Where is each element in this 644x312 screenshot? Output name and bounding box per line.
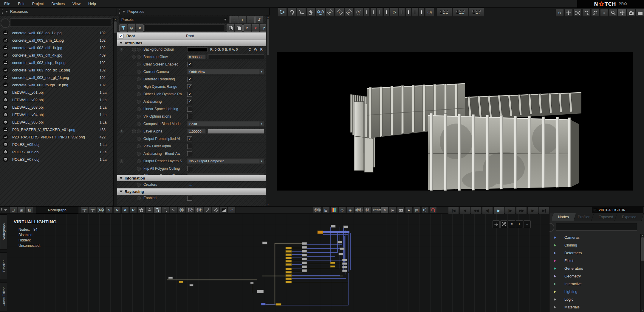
menu-item[interactable]: Project: [32, 2, 44, 6]
colorbars-button[interactable]: [330, 207, 338, 213]
panel-grip-icon[interactable]: [2, 10, 3, 14]
layers-button[interactable]: ◈: [346, 207, 354, 213]
nodes-panel-tab[interactable]: Exposed: [614, 213, 644, 221]
animate-icon[interactable]: [137, 70, 141, 74]
toolbar-grip-icon[interactable]: [1, 208, 2, 212]
ng-pan-button[interactable]: [493, 220, 500, 228]
resource-row[interactable]: concrete_wall_003_arm_1k.jpg 102: [0, 37, 113, 44]
node-category-row[interactable]: Logic: [549, 296, 639, 303]
colour-swatch[interactable]: [187, 47, 208, 52]
zoom-extents-button[interactable]: [573, 9, 582, 17]
rotate-tool-button[interactable]: [287, 8, 296, 17]
node-category-row[interactable]: Generators: [549, 265, 639, 272]
resource-row[interactable]: concrete_wall_003_diff_4k.jpg 409: [0, 52, 113, 59]
rotate-ccw-button[interactable]: [591, 9, 600, 17]
resource-row[interactable]: POLES_V07.obj 1 La: [0, 156, 113, 163]
node-category-row[interactable]: Cameras: [549, 234, 639, 241]
node-category-row[interactable]: Deformers: [549, 249, 639, 257]
property-checkbox[interactable]: [187, 136, 192, 141]
resource-row[interactable]: POLES_V05.obj 1 La: [0, 141, 113, 148]
section-collapse-icon[interactable]: [120, 191, 123, 193]
property-row[interactable]: Enabled: [117, 194, 266, 202]
node-category-row[interactable]: Fields: [549, 257, 639, 265]
nodegraph-menu-arrow[interactable]: [4, 209, 7, 211]
layout-grid-button[interactable]: ▣: [18, 207, 25, 213]
nodegraph-view-label[interactable]: Nodegraph: [36, 207, 78, 213]
animate-icon[interactable]: [137, 100, 141, 104]
loop-start-button[interactable]: ◀: [459, 207, 470, 214]
node-category-row[interactable]: Cloning: [549, 241, 639, 249]
keyframe-tick-button[interactable]: [383, 8, 389, 17]
view-menu-button[interactable]: =: [600, 9, 609, 17]
animate-icon[interactable]: [137, 55, 141, 59]
camera-key-button[interactable]: C: [354, 8, 363, 17]
property-row[interactable]: Creators ...: [117, 181, 266, 188]
dropdown-arrow-icon[interactable]: ▼: [259, 121, 264, 126]
marquee-select-button[interactable]: [154, 207, 161, 213]
filter-clear-button[interactable]: ✕: [136, 24, 144, 32]
ng-zoom-in-button[interactable]: +: [516, 220, 523, 228]
property-slider[interactable]: [208, 129, 264, 134]
resource-row[interactable]: concrete_wall_003_rough_1k.png 102: [0, 81, 113, 89]
property-row[interactable]: ? Current Camera Orbit View Orbit View▼ …: [117, 68, 266, 76]
category-expand-icon[interactable]: [554, 236, 556, 239]
animate-icon[interactable]: [137, 92, 141, 96]
property-checkbox[interactable]: [187, 196, 192, 201]
node-flower-button[interactable]: [137, 207, 145, 213]
category-expand-icon[interactable]: [554, 267, 556, 270]
nodes-panel-tab[interactable]: Nodes: [552, 213, 577, 221]
translate-tool-button[interactable]: [278, 8, 287, 17]
dropdown-arrow-icon[interactable]: ▼: [259, 159, 264, 163]
duplicate-tool-button[interactable]: [306, 8, 315, 17]
skip-to-start-button[interactable]: |◀: [448, 207, 459, 214]
revert-properties-button[interactable]: ↺: [243, 24, 251, 32]
lock-rotation-button[interactable]: ROT: [453, 8, 468, 17]
nodes-scrollbar[interactable]: ▲ ▼: [640, 234, 644, 312]
resource-row[interactable]: LEDWALL_v03.obj 1 La: [0, 104, 113, 111]
sphere-preview-button[interactable]: ●: [405, 207, 413, 213]
layout-window-button[interactable]: ▢: [10, 207, 17, 213]
root-node-row[interactable]: ✓ Root Root: [117, 32, 266, 40]
play-button[interactable]: ▶: [493, 207, 504, 214]
resource-row[interactable]: LEDWALL_v04.obj 1 La: [0, 111, 113, 118]
hatch-display-button[interactable]: [212, 207, 219, 213]
property-slider[interactable]: [208, 54, 264, 59]
properties-filter-input[interactable]: [145, 24, 225, 32]
resources-search-input[interactable]: [10, 18, 111, 27]
animate-icon[interactable]: [137, 196, 141, 200]
tab-nodegraph[interactable]: Nodegraph: [0, 214, 7, 249]
tab-timeline[interactable]: Timeline: [0, 252, 7, 279]
nodegraph-area[interactable]: Nodegraph Timeline Curve Editor VIRTUALL…: [0, 214, 549, 312]
property-row[interactable]: ? Antialiasing ▼: [117, 98, 266, 105]
dropdown-arrow-icon[interactable]: ▼: [259, 69, 264, 74]
collapse-triangle-icon[interactable]: [122, 11, 125, 13]
menu-item[interactable]: Help: [88, 2, 96, 6]
refresh-button[interactable]: [429, 207, 437, 213]
animate-icon[interactable]: [137, 137, 141, 141]
collapse-triangle-icon[interactable]: [5, 11, 8, 13]
property-row[interactable]: ? Layer Alpha 1.00000 1.00000▼ 1.00000 1…: [117, 128, 266, 135]
open-folder-button[interactable]: [636, 9, 644, 17]
autokey-toggle-button[interactable]: AK: [97, 207, 105, 213]
lock-position-button[interactable]: POS: [436, 8, 452, 17]
resource-row[interactable]: concrete_wall_003_ao_1k.jpg 102: [0, 29, 113, 37]
animate-icon[interactable]: [137, 77, 141, 81]
align-button[interactable]: A: [121, 207, 129, 213]
animate-icon[interactable]: [137, 85, 141, 89]
undo-button[interactable]: UNDO: [81, 207, 88, 213]
animate-icon[interactable]: [137, 63, 141, 66]
property-checkbox[interactable]: [187, 84, 192, 89]
presets-arrow-icon[interactable]: [224, 19, 227, 21]
property-checkbox[interactable]: [187, 62, 192, 67]
rotate-cw-button[interactable]: [582, 9, 591, 17]
vr-preview-button[interactable]: [397, 207, 405, 213]
category-expand-icon[interactable]: [554, 306, 556, 309]
animate-icon[interactable]: [137, 144, 141, 148]
resource-row[interactable]: concrete_wall_003_disp_1k.png 102: [0, 59, 113, 66]
skip-to-end-button[interactable]: ▶|: [539, 207, 549, 214]
menu-item[interactable]: View: [72, 2, 80, 6]
animate-icon[interactable]: [137, 152, 141, 156]
inputs-button[interactable]: IN: [178, 207, 185, 213]
property-row[interactable]: ? Deferred Rendering ▼: [117, 76, 266, 83]
pack-button[interactable]: P: [129, 207, 137, 213]
